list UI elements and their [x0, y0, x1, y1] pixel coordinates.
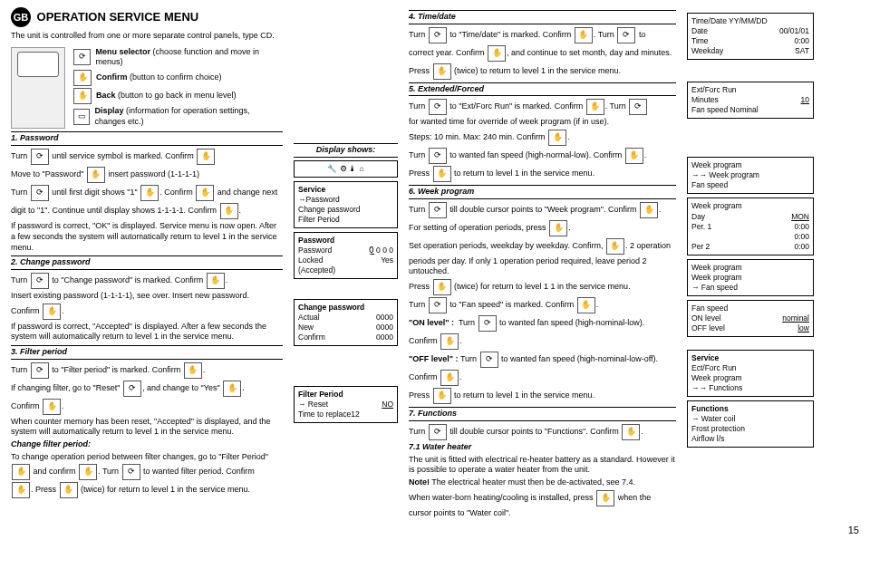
- dbox-row: Fan speed Nominal: [691, 105, 809, 115]
- section-2-change-password: 2. Change password: [11, 255, 283, 270]
- confirm-icon: ✋: [549, 220, 567, 236]
- s6-l1a: Turn: [409, 205, 425, 214]
- s6-l4b: (twice) for return to level 1 1 in the s…: [454, 283, 631, 292]
- s5-l1c: . Turn: [605, 102, 626, 111]
- s5-l1a: Turn: [409, 102, 425, 111]
- s4-l1a: Turn: [409, 30, 425, 39]
- turn-icon: ⟳: [429, 297, 447, 313]
- back-icon: ✋: [433, 166, 451, 182]
- s2-l2: Insert existing password (1-1-1-1), see …: [11, 291, 283, 302]
- dbox-row: →Password: [298, 195, 393, 205]
- s1-l2b: insert password (1-1-1-1): [108, 170, 199, 179]
- s5-l4a: Turn: [409, 150, 425, 159]
- turn-icon: ⟳: [31, 185, 49, 201]
- dbox-title: Week program: [691, 263, 809, 273]
- confirm-icon: ✋: [606, 238, 624, 255]
- s6-l5b: to "Fan speed" is marked. Confirm: [450, 301, 574, 310]
- dbox-key: ON level: [691, 313, 721, 323]
- s3-l1b: to "Filter period" is marked. Confirm: [52, 365, 180, 374]
- confirm-icon: ✋: [548, 130, 566, 146]
- dbox-val: 0:00: [794, 242, 809, 252]
- dbox-val: 10: [801, 95, 809, 105]
- page-number: 15: [11, 524, 859, 536]
- s4-l1b: to "Time/date" is marked. Confirm: [450, 30, 571, 39]
- confirm-icon: ✋: [196, 185, 214, 201]
- s7-l2b: when the: [618, 493, 652, 502]
- s6-l6b: to return to level 1 in the service menu…: [454, 391, 594, 400]
- s3-l5a: and confirm: [34, 468, 76, 477]
- display-service-functions-box: Service Ect/Forc Run Week program →→ Fun…: [687, 350, 814, 397]
- s4-l2b: , and continue to set month, day and min…: [507, 48, 672, 57]
- s4-l3a: Press: [409, 66, 430, 75]
- intro-text: The unit is controlled from one or more …: [11, 31, 283, 42]
- dbox-key: Locked: [298, 255, 323, 265]
- s2-l3a: Confirm: [11, 306, 40, 315]
- dbox-row: → Fan speed: [691, 283, 809, 293]
- s7-l1b: till double cursor points to "Functions"…: [450, 427, 618, 436]
- confirm-icon: ✋: [577, 297, 595, 313]
- dbox-key: Actual: [298, 313, 320, 323]
- confirm-icon: ✋: [12, 482, 30, 498]
- confirm-icon: ✋: [79, 464, 97, 480]
- dbox-title: Fan speed: [691, 304, 809, 313]
- dbox-title: Filter Period: [298, 390, 393, 400]
- s4-l1d: to: [639, 30, 646, 39]
- dbox-key: Password: [298, 246, 332, 255]
- s6-off2: to wanted fan speed (high-nominal-low-of…: [501, 355, 658, 364]
- menu-selector-icon: ⟳: [73, 49, 91, 65]
- dbox-title: Week program: [691, 160, 809, 170]
- s3-l2a: If changing filter, go to "Reset": [11, 383, 120, 392]
- back-icon: ✋: [60, 482, 78, 498]
- turn-icon: ⟳: [31, 149, 49, 165]
- confirm-icon: ✋: [488, 45, 506, 62]
- section-7-functions: 7. Functions: [409, 407, 676, 421]
- s1-l4: digit to "1". Continue until display sho…: [11, 207, 217, 216]
- display-functions-box: Functions → Water coil Frost protection …: [687, 400, 814, 448]
- display-week-program-c-box: Week program Week program → Fan speed: [687, 259, 814, 296]
- dbox-val: low: [798, 323, 809, 333]
- display-label: Display (information for operation setti…: [94, 106, 283, 127]
- s1-l3a: Turn: [11, 188, 27, 198]
- s6-l3b: . 2 operation: [625, 241, 671, 250]
- confirm-icon: ✋: [43, 304, 61, 320]
- dbox-val: SAT: [795, 46, 809, 56]
- s3-l5b: . Turn: [98, 468, 119, 477]
- page-title: OPERATION SERVICE MENU: [37, 10, 199, 24]
- confirm-icon: ✋: [87, 167, 105, 183]
- dbox-row: Filter Period: [298, 215, 393, 225]
- s4-l1c: . Turn: [594, 30, 614, 39]
- dbox-key: Minutes: [691, 95, 719, 105]
- s1-l3d: and change next: [218, 188, 278, 198]
- turn-icon: ⟳: [429, 99, 447, 115]
- dbox-row: → Water coil: [691, 414, 809, 424]
- dbox-row: Week program: [691, 273, 809, 283]
- dbox-key: → Reset: [298, 400, 328, 410]
- dbox-val: MON: [791, 212, 809, 222]
- dbox-val: NO: [382, 400, 393, 410]
- dbox-key: Date: [691, 26, 708, 36]
- dbox-row: Week program: [691, 373, 809, 383]
- confirm-icon: ✋: [184, 362, 202, 379]
- s1-l3b: until first digit shows "1": [52, 188, 137, 198]
- display-shows-heading: Display shows:: [294, 143, 398, 158]
- display-filter-period-box: Filter Period → ResetNO Time to replace1…: [294, 386, 398, 423]
- confirm-icon: ✋: [440, 333, 459, 350]
- section-3-filter-period: 3. Filter period: [11, 345, 283, 360]
- display-ext-forc-box: Ext/Forc Run Minutes10 Fan speed Nominal: [687, 82, 814, 119]
- water-heater-heading: 7.1 Water heater: [409, 442, 676, 453]
- turn-icon: ⟳: [617, 27, 635, 43]
- s3-l4: To change operation period between filte…: [11, 452, 283, 463]
- turn-icon: ⟳: [122, 464, 140, 480]
- s6-l6a: Press: [409, 391, 430, 400]
- display-icons-box: 🔧 ⚙ 🌡 ⌂: [294, 160, 398, 178]
- s6-l3a: Set operation periods, weekday by weekda…: [409, 241, 603, 250]
- s6-l2a: For setting of operation periods, press: [409, 223, 546, 232]
- dbox-val: 0000: [376, 333, 393, 342]
- dbox-val: 0:00: [794, 232, 809, 242]
- note-label: Note!: [409, 477, 430, 487]
- dbox-val: Yes: [381, 255, 393, 265]
- display-icon: ▭: [73, 109, 90, 125]
- s1-l3c: . Confirm: [160, 188, 193, 198]
- dbox-key: Per. 1: [691, 222, 711, 232]
- dbox-row: →→ Week program: [691, 170, 809, 180]
